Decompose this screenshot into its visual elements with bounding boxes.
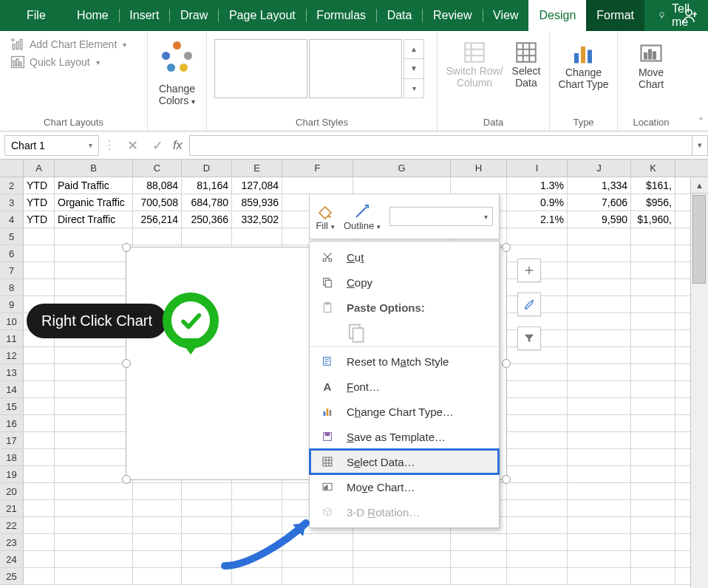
row-header[interactable]: 16 [0,415,24,431]
chart-side-buttons [517,259,541,350]
col-header-E[interactable]: E [232,160,282,177]
row-header[interactable]: 6 [0,245,24,261]
row-header[interactable]: 23 [0,534,24,550]
ctx-move-chart[interactable]: Move Chart… [310,474,499,499]
row-header[interactable]: 18 [0,449,24,465]
col-header-I[interactable]: I [507,160,568,177]
quick-layout-icon [10,55,25,69]
accept-formula-button[interactable]: ✓ [145,137,170,154]
col-header-B[interactable]: B [55,160,133,177]
row-header[interactable]: 8 [0,279,24,295]
ribbon-collapse-button[interactable]: ˄ [698,116,704,128]
select-all-corner[interactable] [0,160,24,177]
tab-data[interactable]: Data [377,0,423,31]
chart-handle[interactable] [502,243,511,252]
move-chart-button[interactable]: MoveChart [638,40,664,90]
chart-style-thumb-2[interactable] [309,39,402,98]
formula-expand-button[interactable]: ▾ [692,135,708,156]
row-24[interactable]: 24 [0,551,708,568]
name-box[interactable]: Chart 1▾ [4,135,99,156]
row-header[interactable]: 14 [0,381,24,397]
tab-file[interactable]: File [16,0,56,31]
row-header[interactable]: 5 [0,228,24,245]
col-header-J[interactable]: J [568,160,631,177]
svg-rect-2 [13,44,15,49]
col-header-D[interactable]: D [182,160,232,177]
row-header[interactable]: 25 [0,568,24,584]
tab-page-layout[interactable]: Page Layout [219,0,306,31]
col-header-G[interactable]: G [353,160,451,177]
row-header[interactable]: 13 [0,364,24,380]
tab-insert[interactable]: Insert [119,0,169,31]
chart-styles-button[interactable] [517,293,541,316]
formula-input[interactable] [189,135,692,156]
chart-handle[interactable] [122,475,131,484]
chart-handle[interactable] [122,243,131,252]
row-header[interactable]: 2 [0,177,24,194]
tab-draw[interactable]: Draw [170,0,218,31]
row-header[interactable]: 20 [0,483,24,499]
group-label-type: Type [573,114,593,129]
row-header[interactable]: 7 [0,262,24,278]
tab-formulas[interactable]: Formulas [306,0,376,31]
ctx-save-template[interactable]: Save as Template… [310,424,499,449]
select-data-button[interactable]: SelectData [512,40,541,89]
scroll-thumb[interactable] [692,195,706,284]
ctx-font[interactable]: AFont… [310,374,499,399]
chart-handle[interactable] [502,359,511,368]
ctx-copy[interactable]: Copy [310,270,499,295]
row-header[interactable]: 3 [0,194,24,211]
row-header[interactable]: 15 [0,398,24,414]
change-chart-type-button[interactable]: ChangeChart Type [558,40,608,90]
ctx-change-chart-type[interactable]: Change Chart Type… [310,399,499,424]
vertical-scrollbar[interactable]: ▲ [690,177,708,588]
col-header-H[interactable]: H [451,160,507,177]
tab-review[interactable]: Review [423,0,482,31]
chart-style-thumb-1[interactable] [214,39,307,98]
tab-design[interactable]: Design [528,0,586,31]
row-header[interactable]: 21 [0,500,24,516]
row-header[interactable]: 22 [0,517,24,533]
row-header[interactable]: 24 [0,551,24,567]
chart-filters-button[interactable] [517,327,541,350]
row-header[interactable]: 11 [0,330,24,346]
ribbon: Add Chart Element▾ Quick Layout▾ Chart L… [0,31,708,131]
row-23[interactable]: 23 [0,534,708,551]
chart-handle[interactable] [502,475,511,484]
chart-style-pager[interactable]: ▲▼▾ [404,39,424,98]
chart-elements-button[interactable] [517,259,541,282]
fill-button[interactable]: Fill ▾ [316,202,335,231]
ctx-cut[interactable]: Cut [310,245,499,270]
cancel-formula-button[interactable]: ✕ [120,137,145,154]
row-2[interactable]: 2 YTD Paid Traffic 88,084 81,164 127,084… [0,177,708,194]
chart-handle[interactable] [122,359,131,368]
bar-chart-icon [321,406,333,417]
row-header[interactable]: 9 [0,296,24,312]
change-colors-button[interactable] [162,41,193,72]
svg-rect-29 [330,410,332,416]
add-chart-element-button[interactable]: Add Chart Element▾ [7,35,140,53]
tab-home[interactable]: Home [67,0,119,31]
row-header[interactable]: 19 [0,466,24,482]
quick-layout-button[interactable]: Quick Layout▾ [7,53,140,71]
row-header[interactable]: 12 [0,347,24,363]
shape-style-dropdown[interactable]: ▾ [389,207,493,226]
tab-format[interactable]: Format [586,0,644,31]
fx-label[interactable]: fx [173,139,182,152]
outline-button[interactable]: Outline ▾ [344,202,381,231]
col-header-F[interactable]: F [282,160,353,177]
row-header[interactable]: 4 [0,211,24,228]
col-header-K[interactable]: K [631,160,675,177]
tab-view[interactable]: View [483,0,528,31]
outline-icon [353,202,372,220]
check-icon [178,308,203,333]
col-header-A[interactable]: A [24,160,55,177]
col-header-C[interactable]: C [133,160,182,177]
share-button[interactable] [681,0,699,31]
ctx-select-data[interactable]: Select Data… [310,449,499,474]
row-25[interactable]: 25 [0,568,708,585]
row-header[interactable]: 10 [0,313,24,329]
ctx-reset-style[interactable]: Reset to Match Style [310,349,499,374]
row-header[interactable]: 17 [0,432,24,448]
scroll-up-button[interactable]: ▲ [691,177,708,194]
